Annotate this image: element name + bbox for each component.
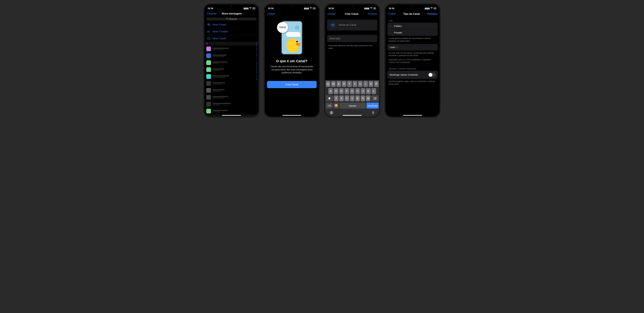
- key-q[interactable]: Q: [326, 81, 330, 87]
- contact-row[interactable]: [204, 108, 258, 115]
- index-letter[interactable]: C: [256, 46, 258, 48]
- contact-row[interactable]: [204, 66, 258, 73]
- key-d[interactable]: D: [339, 88, 344, 94]
- key-y[interactable]: Y: [353, 81, 357, 87]
- index-letter[interactable]: S: [256, 71, 258, 73]
- key-s[interactable]: S: [334, 88, 338, 94]
- next-button[interactable]: Próximo: [427, 12, 438, 15]
- channel-name-input[interactable]: Nome do Canal: [339, 23, 375, 26]
- index-letter[interactable]: P: [256, 68, 258, 70]
- index-letter[interactable]: F: [256, 51, 258, 53]
- svg-point-2: [208, 24, 209, 25]
- contact-text-blurred: [212, 89, 224, 92]
- key-p[interactable]: P: [374, 81, 378, 87]
- contact-row[interactable]: [204, 73, 258, 80]
- key-v[interactable]: V: [350, 95, 354, 101]
- next-button[interactable]: Próximo: [368, 12, 377, 15]
- home-indicator[interactable]: [403, 115, 422, 116]
- done-key[interactable]: concluído: [366, 103, 378, 109]
- index-letter[interactable]: L: [256, 60, 258, 62]
- phone-frame-2: 16:34 ▮▮▮▮ 64 ‹ Voltar Channel 28k membe…: [264, 3, 320, 118]
- type-private-label: Privado: [394, 31, 402, 34]
- index-letter[interactable]: B: [256, 44, 258, 46]
- cancel-button[interactable]: Cancelar: [206, 12, 217, 15]
- emoji-key[interactable]: 😀: [334, 103, 338, 109]
- key-n[interactable]: N: [361, 95, 365, 101]
- key-x[interactable]: X: [339, 95, 344, 101]
- alphabet-index[interactable]: ABCDEFGHIJLMNOPRSTUVW: [256, 42, 258, 81]
- key-u[interactable]: U: [358, 81, 362, 87]
- index-letter[interactable]: V: [256, 77, 258, 79]
- key-w[interactable]: W: [331, 81, 336, 87]
- nav-bar: ‹Voltar Tipo de Canal Próximo: [386, 11, 440, 17]
- key-b[interactable]: B: [355, 95, 360, 101]
- index-letter[interactable]: M: [256, 62, 258, 64]
- shift-key[interactable]: [326, 95, 333, 101]
- globe-icon[interactable]: [330, 111, 333, 115]
- index-letter[interactable]: N: [256, 64, 258, 66]
- contact-text-blurred: [212, 61, 227, 64]
- create-channel-button[interactable]: Criar Canal: [267, 81, 317, 88]
- index-letter[interactable]: J: [256, 59, 258, 60]
- back-button[interactable]: ‹ Voltar: [267, 12, 275, 16]
- key-h[interactable]: H: [355, 88, 360, 94]
- search-input[interactable]: Buscar: [206, 17, 256, 20]
- index-letter[interactable]: O: [256, 66, 258, 68]
- key-l[interactable]: L: [372, 88, 376, 94]
- key-g[interactable]: G: [350, 88, 354, 94]
- index-letter[interactable]: A: [256, 42, 258, 44]
- home-indicator[interactable]: [282, 115, 301, 116]
- new-contact-row[interactable]: Novo Contato: [204, 28, 258, 35]
- index-letter[interactable]: R: [256, 70, 258, 71]
- contact-row[interactable]: [204, 45, 258, 52]
- key-f[interactable]: F: [344, 88, 349, 94]
- restrict-list: Restringir Salvar Conteúdo: [388, 71, 438, 79]
- key-k[interactable]: K: [366, 88, 370, 94]
- index-letter[interactable]: U: [256, 75, 258, 77]
- restrict-toggle[interactable]: [428, 73, 436, 77]
- new-group-row[interactable]: Novo Grupo: [204, 21, 258, 28]
- contact-row[interactable]: [204, 80, 258, 87]
- index-letter[interactable]: T: [256, 73, 258, 75]
- home-indicator[interactable]: [222, 115, 241, 116]
- back-button[interactable]: ‹Voltar: [327, 12, 335, 16]
- index-letter[interactable]: E: [256, 49, 258, 51]
- type-public-row[interactable]: ✓ Público: [388, 23, 438, 29]
- index-letter[interactable]: G: [256, 53, 258, 55]
- type-private-row[interactable]: Privado: [388, 29, 438, 36]
- desc-helper-text: Você pode adicionar uma descrição opcion…: [328, 44, 376, 50]
- space-key[interactable]: espaço: [340, 103, 366, 109]
- contact-row[interactable]: [204, 87, 258, 94]
- channel-desc-input[interactable]: Descrição: [329, 37, 375, 40]
- index-letter[interactable]: W: [256, 79, 258, 81]
- key-m[interactable]: M: [366, 95, 370, 101]
- contact-row[interactable]: [204, 52, 258, 59]
- mic-icon[interactable]: [371, 111, 375, 115]
- phone-frame-4: 16:34 ▮▮▮▮ 64 ‹Voltar Tipo de Canal Próx…: [384, 3, 441, 118]
- key-t[interactable]: T: [347, 81, 352, 87]
- public-link-input[interactable]: t.me/link: [388, 44, 438, 50]
- key-i[interactable]: I: [363, 81, 368, 87]
- key-c[interactable]: C: [345, 95, 349, 101]
- keyboard[interactable]: QWERTYUIOP ASDFGHJKL ZXCVBNM 123 😀 espaç…: [325, 80, 379, 117]
- contact-row[interactable]: [204, 59, 258, 66]
- group-icon: [207, 23, 210, 26]
- key-a[interactable]: A: [328, 88, 333, 94]
- set-photo-button[interactable]: [329, 21, 336, 28]
- key-r[interactable]: R: [342, 81, 346, 87]
- new-channel-row[interactable]: Novo Canal: [204, 35, 258, 42]
- new-contact-label: Novo Contato: [212, 30, 228, 33]
- numbers-key[interactable]: 123: [326, 103, 333, 109]
- key-j[interactable]: J: [361, 88, 365, 94]
- index-letter[interactable]: H: [256, 55, 258, 57]
- index-letter[interactable]: D: [256, 48, 258, 49]
- back-button[interactable]: ‹Voltar: [388, 12, 396, 16]
- key-o[interactable]: O: [369, 81, 373, 87]
- contact-row[interactable]: [204, 94, 258, 101]
- key-e[interactable]: E: [336, 81, 341, 87]
- key-z[interactable]: Z: [334, 95, 338, 101]
- backspace-key[interactable]: [371, 95, 378, 101]
- home-indicator[interactable]: [343, 115, 362, 116]
- index-letter[interactable]: I: [256, 57, 258, 59]
- contact-row[interactable]: [204, 101, 258, 108]
